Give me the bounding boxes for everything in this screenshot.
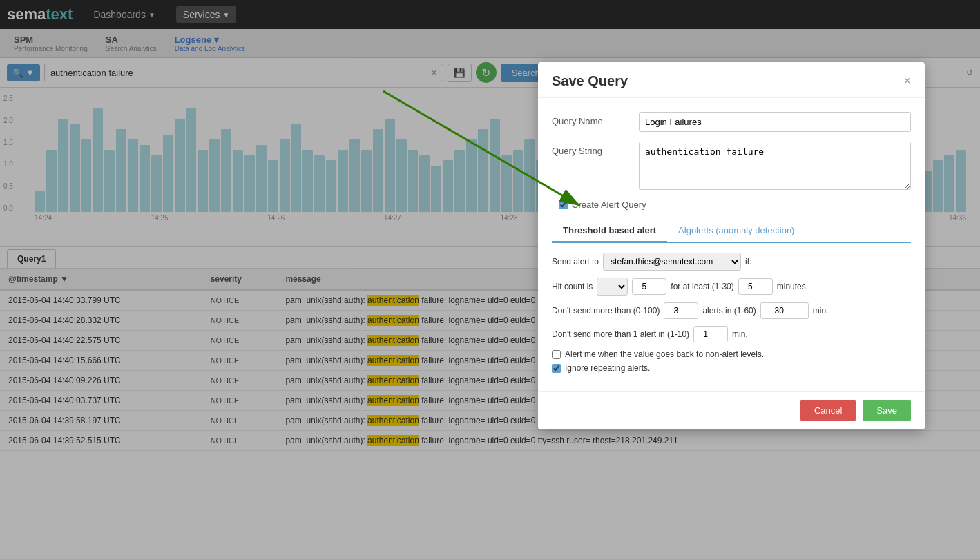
modal-title: Save Query [552, 73, 628, 89]
create-alert-label: Create Alert Query [572, 200, 646, 210]
query-string-textarea[interactable]: authentication failure [639, 142, 911, 190]
create-alert-row: Create Alert Query [552, 200, 911, 210]
tab-algolerts[interactable]: Algolerts (anomaly detection) [667, 220, 805, 243]
minutes-label: minutes. [777, 282, 808, 291]
alert-tabs: Threshold based alert Algolerts (anomaly… [552, 220, 911, 243]
hit-count-input[interactable] [632, 278, 666, 295]
tab-threshold[interactable]: Threshold based alert [552, 220, 667, 243]
dont-send-1-input[interactable] [693, 326, 728, 342]
modal-header: Save Query × [538, 62, 925, 98]
if-label: if: [745, 257, 751, 267]
modal-body: Query Name Query String authentication f… [538, 98, 925, 391]
query-string-row: Query String authentication failure [552, 142, 911, 190]
alerts-in-label: alerts in (1-60) [702, 306, 756, 316]
dont-send-label: Don't send more than (0-100) [552, 306, 660, 316]
ignore-repeating-checkbox[interactable] [552, 364, 561, 373]
alert-back-checkbox[interactable] [552, 350, 561, 359]
ignore-repeating-row: Ignore repeating alerts. [552, 363, 911, 373]
for-at-least-label: for at least (1-30) [671, 282, 733, 291]
hit-count-row: Hit count is > >= < <= = for at least (1… [552, 278, 911, 296]
query-name-row: Query Name [552, 112, 911, 132]
min-label-2: min. [732, 329, 748, 339]
query-name-input[interactable] [639, 112, 911, 132]
email-select[interactable]: stefan.thies@sematext.com [603, 253, 741, 271]
save-button[interactable]: Save [863, 400, 911, 421]
dont-send-1-label: Don't send more than 1 alert in (1-10) [552, 329, 689, 339]
send-alert-row: Send alert to stefan.thies@sematext.com … [552, 253, 911, 271]
alerts-in-input[interactable] [760, 302, 809, 319]
cancel-button[interactable]: Cancel [800, 400, 856, 421]
save-query-modal: Save Query × Query Name Query String aut… [538, 62, 925, 429]
hit-count-label: Hit count is [552, 282, 593, 291]
dont-send-input[interactable] [664, 302, 698, 319]
dont-send-1-row: Don't send more than 1 alert in (1-10) m… [552, 326, 911, 342]
dont-send-row: Don't send more than (0-100) alerts in (… [552, 302, 911, 319]
ignore-repeating-label: Ignore repeating alerts. [565, 363, 650, 373]
alert-back-row: Alert me when the value goes back to non… [552, 349, 911, 359]
query-string-label: Query String [552, 142, 628, 156]
modal-footer: Cancel Save [538, 391, 925, 429]
create-alert-checkbox[interactable] [559, 200, 568, 209]
query-name-label: Query Name [552, 112, 628, 126]
min-label: min. [813, 306, 829, 316]
for-at-least-input[interactable] [738, 278, 773, 295]
alert-back-label: Alert me when the value goes back to non… [565, 349, 764, 359]
send-alert-label: Send alert to [552, 257, 599, 267]
operator-select[interactable]: > >= < <= = [597, 278, 628, 296]
modal-overlay: Save Query × Query Name Query String aut… [0, 0, 980, 559]
modal-close-btn[interactable]: × [903, 74, 911, 88]
